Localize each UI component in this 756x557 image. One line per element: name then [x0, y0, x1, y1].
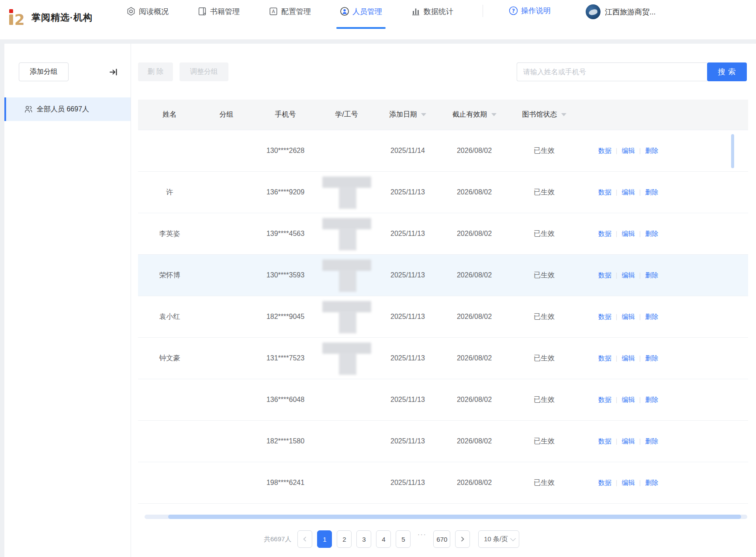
- nav-tab-data-statistics[interactable]: 数据统计: [411, 6, 453, 17]
- action-data-link[interactable]: 数据: [598, 354, 611, 363]
- vertical-scrollbar-thumb[interactable]: [731, 134, 734, 168]
- cell-add-date: 2025/11/13: [374, 379, 442, 420]
- nav-tab-reading-overview[interactable]: 阅读概况: [126, 6, 169, 17]
- sidebar-item-all-members[interactable]: 全部人员 6697人: [4, 97, 131, 121]
- help-link[interactable]: ? 操作说明: [509, 6, 551, 16]
- account-menu[interactable]: 江西旅游商贸...: [586, 4, 656, 19]
- action-data-link[interactable]: 数据: [598, 437, 611, 446]
- cell-student-id: [319, 255, 374, 296]
- cell-filler: [675, 338, 748, 379]
- action-separator: |: [639, 355, 641, 362]
- compass-icon: [126, 7, 136, 16]
- cell-library-status: 已生效: [507, 296, 581, 337]
- redacted-id-image-part: [322, 259, 371, 271]
- prev-page-button[interactable]: [297, 530, 312, 548]
- cell-phone: 130****3593: [252, 255, 319, 296]
- action-edit-link[interactable]: 编辑: [622, 479, 635, 487]
- action-separator: |: [639, 313, 641, 320]
- column-header-4[interactable]: 添加日期: [374, 100, 442, 130]
- delete-button[interactable]: 删 除: [138, 62, 173, 81]
- action-delete-link[interactable]: 删除: [645, 396, 658, 404]
- action-delete-link[interactable]: 删除: [645, 313, 658, 321]
- column-header-label: 手机号: [275, 110, 296, 119]
- cell-filler: [675, 421, 748, 462]
- action-separator: |: [616, 272, 618, 279]
- cell-library-status: 已生效: [507, 213, 581, 254]
- action-data-link[interactable]: 数据: [598, 188, 611, 197]
- action-edit-link[interactable]: 编辑: [622, 354, 635, 363]
- table-row: 袁小红182****90452025/11/132026/08/02已生效数据|…: [138, 296, 748, 338]
- help-label: 操作说明: [521, 6, 551, 16]
- svg-text:2: 2: [14, 11, 25, 27]
- cell-phone: 136****6048: [252, 379, 319, 420]
- action-data-link[interactable]: 数据: [598, 147, 611, 155]
- sort-caret-icon: [421, 113, 426, 116]
- action-data-link[interactable]: 数据: [598, 479, 611, 487]
- cell-actions: 数据|编辑|删除: [581, 296, 675, 337]
- search-input[interactable]: [517, 62, 707, 81]
- action-edit-link[interactable]: 编辑: [622, 437, 635, 446]
- action-delete-link[interactable]: 删除: [645, 271, 658, 280]
- nav-tab-book-management[interactable]: 书籍管理: [197, 6, 240, 17]
- collapse-sidebar-icon[interactable]: [108, 67, 119, 77]
- page-button-3[interactable]: 3: [356, 530, 371, 548]
- column-header-6[interactable]: 图书馆状态: [507, 100, 581, 130]
- action-data-link[interactable]: 数据: [598, 396, 611, 404]
- action-delete-link[interactable]: 删除: [645, 479, 658, 487]
- action-edit-link[interactable]: 编辑: [622, 396, 635, 404]
- redacted-id-image: [322, 301, 371, 333]
- cell-student-id: [319, 462, 374, 503]
- cell-add-date: 2025/11/13: [374, 255, 442, 296]
- cell-group: [201, 172, 252, 213]
- action-edit-link[interactable]: 编辑: [622, 271, 635, 280]
- action-edit-link[interactable]: 编辑: [622, 230, 635, 238]
- cell-expire-date: 2026/08/02: [442, 421, 507, 462]
- cell-name: 袁小红: [138, 296, 201, 337]
- column-header-5[interactable]: 截止有效期: [442, 100, 507, 130]
- page-button-2[interactable]: 2: [337, 530, 352, 548]
- account-name: 江西旅游商贸...: [605, 7, 656, 17]
- people-icon: [24, 105, 33, 114]
- page-size-select[interactable]: 10 条/页: [478, 530, 519, 548]
- nav-tab-label: 数据统计: [424, 7, 453, 17]
- cell-student-id: [319, 379, 374, 420]
- action-edit-link[interactable]: 编辑: [622, 147, 635, 155]
- next-page-button[interactable]: [455, 530, 470, 548]
- page-button-5[interactable]: 5: [396, 530, 411, 548]
- action-delete-link[interactable]: 删除: [645, 147, 658, 155]
- svg-text:?: ?: [512, 8, 515, 14]
- action-separator: |: [616, 479, 618, 486]
- search-button[interactable]: 搜 索: [707, 62, 747, 81]
- cell-filler: [675, 172, 748, 213]
- cell-expire-date: 2026/08/02: [442, 338, 507, 379]
- adjust-group-button[interactable]: 调整分组: [180, 62, 228, 81]
- action-separator: |: [639, 272, 641, 279]
- action-delete-link[interactable]: 删除: [645, 354, 658, 363]
- action-edit-link[interactable]: 编辑: [622, 188, 635, 197]
- cell-group: [201, 296, 252, 337]
- action-separator: |: [616, 355, 618, 362]
- action-data-link[interactable]: 数据: [598, 230, 611, 238]
- nav-tab-config-management[interactable]: A配置管理: [269, 6, 311, 17]
- action-edit-link[interactable]: 编辑: [622, 313, 635, 321]
- page-button-1[interactable]: 1: [317, 530, 332, 548]
- action-separator: |: [616, 189, 618, 196]
- cell-phone: 130****2628: [252, 130, 319, 171]
- horizontal-scrollbar-thumb[interactable]: [168, 515, 741, 519]
- action-delete-link[interactable]: 删除: [645, 230, 658, 238]
- chevron-down-icon: [510, 536, 516, 541]
- action-delete-link[interactable]: 删除: [645, 188, 658, 197]
- nav-tab-personnel-management[interactable]: 人员管理: [340, 6, 382, 17]
- redacted-id-image: [322, 176, 371, 209]
- action-data-link[interactable]: 数据: [598, 313, 611, 321]
- cell-filler: [675, 379, 748, 420]
- cell-expire-date: 2026/08/02: [442, 296, 507, 337]
- cell-filler: [675, 130, 748, 171]
- redacted-id-image: [322, 218, 371, 250]
- page-button-4[interactable]: 4: [376, 530, 391, 548]
- redacted-id-image-part: [339, 228, 356, 250]
- add-group-button[interactable]: 添加分组: [19, 62, 69, 81]
- action-delete-link[interactable]: 删除: [645, 437, 658, 446]
- page-button-670[interactable]: 670: [433, 530, 450, 548]
- action-data-link[interactable]: 数据: [598, 271, 611, 280]
